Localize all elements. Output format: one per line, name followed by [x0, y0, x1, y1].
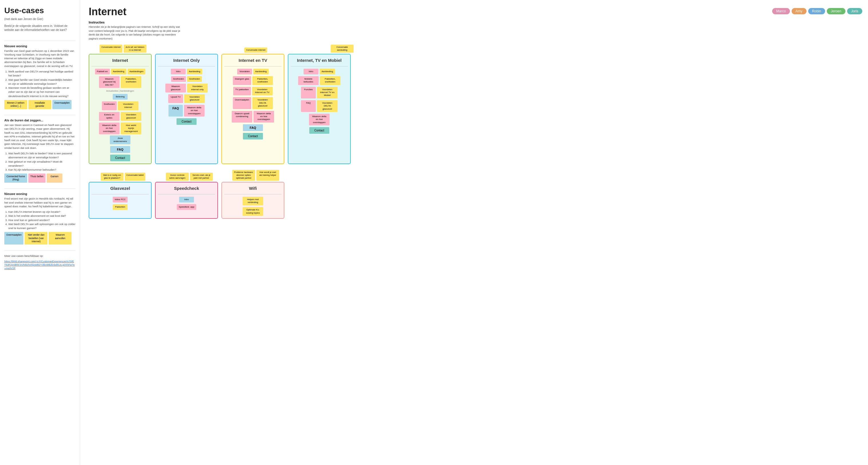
col-itv-row1: Voordelen Aanbieding — [224, 69, 281, 75]
use-case-1-stickies: Binnen 2 weken online [...] Installatie … — [4, 100, 75, 109]
sticky-tv-pakketten[interactable]: TV pakketten — [233, 87, 251, 96]
more-link-url[interactable]: https://bhld.sharepoint.com/:p:/r/Custom… — [4, 260, 75, 270]
sticky-installatie[interactable]: Installatie garantie — [28, 100, 51, 109]
sticky-voordelen-delta-glas[interactable]: Voordelen DELTA glasvezel — [252, 97, 273, 109]
sticky-overmaatplen-itv[interactable]: Overmaatplen — [233, 97, 251, 109]
float-sticky-conversatie-internet[interactable]: Conversatie internet — [99, 45, 122, 53]
sticky-voordelen-glas-itm[interactable]: Voordelen DELTA glasvezel — [317, 100, 338, 112]
float-sticky-aansluiting[interactable]: Conversatie aansluiting — [331, 45, 353, 53]
sticky-thuis-bellen[interactable]: Thuis bellen — [28, 174, 45, 183]
sticky-inline-pcc[interactable]: Inline PCC — [113, 197, 128, 202]
sticky-snelheden-io2[interactable]: Snelheden — [187, 76, 202, 82]
float-sticky-hoe-wordt[interactable]: Hoe wordt je snel als training helper — [256, 170, 279, 180]
sticky-intro-io[interactable]: Intro — [171, 69, 186, 75]
instructions: Instructies Hieronder zie je de belangri… — [89, 21, 180, 41]
sticky-speedtest[interactable]: Speedtest -app — [177, 204, 196, 210]
sticky-daargom-glas[interactable]: Daargom glas — [233, 76, 251, 85]
left-panel: Use-cases (met dank aan Jeroen de Gier) … — [0, 0, 80, 465]
sticky-mobiele[interactable]: Mobiele bellusties — [298, 76, 319, 85]
sticky-faq-itm[interactable]: FAQ — [301, 100, 316, 112]
sticky-aanbieding-itv[interactable]: Aanbieding — [253, 69, 269, 75]
avatar-jeroen[interactable]: Jeroen — [827, 8, 845, 14]
sticky-beleving[interactable]: Beleving — [113, 94, 128, 100]
sticky-intro-speed[interactable]: Intro — [179, 197, 194, 202]
sticky-hoe-werkt[interactable]: Hoe werkt inprijs management — [121, 122, 141, 134]
col-io-row4: Upsell TV Voordelen glasvezel — [158, 94, 215, 103]
col-speed-row2: Speedtest -app — [158, 204, 215, 210]
instructions-heading: Instructies — [89, 21, 180, 24]
sticky-aanbiedingen[interactable]: Aanbiedingen — [128, 69, 146, 75]
sticky-contact-int[interactable]: Contact — [110, 155, 130, 161]
sticky-connected-home[interactable]: Connected home (Ring) — [4, 174, 27, 183]
avatar-marco[interactable]: Marco — [772, 8, 789, 14]
sticky-helpen[interactable]: Helpen met verbinding — [243, 197, 263, 206]
sticky-voordelen-int[interactable]: Voordelen internet — [118, 101, 138, 110]
sticky-niet-verder[interactable]: Niet verder dan bestellen (van internet) — [25, 232, 48, 244]
col-itm-row1: Intro Aanbieding — [291, 69, 348, 75]
sticky-binnen2weken[interactable]: Binnen 2 weken online [...] — [4, 100, 27, 109]
sticky-voordelen-itv[interactable]: Voordelen — [237, 69, 252, 75]
avatar-amy[interactable]: Amy — [792, 8, 806, 14]
use-case-3: Nieuwe woning Fred woont met zijn gezin … — [4, 188, 75, 244]
sticky-voordelen-itv2[interactable]: Voordelen Internet en TV — [252, 87, 273, 96]
sticky-voordelen-io[interactable]: Voordelen internet only — [187, 84, 208, 92]
float-sticky-servics[interactable]: Servics snel- als je pakt met partner — [190, 173, 213, 181]
sticky-contact-itv[interactable]: Contact — [243, 133, 263, 140]
sticky-waarom-delta-io[interactable]: Waarom delta en hoe overstappen — [184, 105, 205, 117]
float-sticky-probleme[interactable]: Probleme hardware: abonner opties: optim… — [232, 170, 255, 180]
sticky-gamen[interactable]: Gamen — [46, 174, 62, 183]
avatar-joris[interactable]: Joris — [847, 8, 862, 14]
sticky-overmaatplen1[interactable]: Overmaatplen — [52, 100, 71, 109]
col-speed-row1: Intro — [158, 197, 215, 202]
float-sticky-nodig[interactable]: Wat is er nodig om glas te plaatsen? — [101, 173, 124, 181]
sticky-snelheden-io[interactable]: Snelheden — [171, 76, 186, 82]
sticky-voordelen-itm[interactable]: Voordelen Internet TV en Mobiel — [317, 87, 338, 98]
column-internet-tv: Internet en TV Voordelen Aanbieding Daar… — [221, 54, 284, 164]
sticky-voordelen-glas-io[interactable]: Voordelen glasvezel — [184, 94, 205, 103]
sticky-waarom-delta-int[interactable]: Waarom delta en hoe overstappen — [99, 122, 120, 134]
use-case-2-text: Jan van Steen woont in Castreet en heeft… — [4, 123, 75, 150]
sticky-waarom-glas[interactable]: Waarom glasvezel bij DELTA? — [99, 76, 120, 88]
sticky-voordelen-glas[interactable]: Voordelen glasvezel — [121, 112, 141, 121]
use-case-3-stickies: Overmaatplen Niet verder dan bestellen (… — [4, 232, 75, 244]
sticky-pakketten-snelh-itv[interactable]: Pakketten, snelheden — [252, 76, 273, 85]
sticky-jouw-ondernemers[interactable]: Jouw ondernemers — [110, 136, 130, 144]
main-panel: Internet Marco Amy Robin Jeroen Joris In… — [80, 0, 868, 465]
sticky-pakketten-snelh[interactable]: Pakketten, snelheden — [121, 76, 141, 88]
sticky-upsell-tv[interactable]: Upsell TV — [168, 94, 183, 103]
sticky-functies[interactable]: Functies — [301, 87, 316, 98]
sticky-waarom-delta-itm[interactable]: Waarom delta en hoe overstappen — [309, 114, 330, 125]
col-internet-row4: Snelheden Voordelen internet — [92, 101, 149, 110]
sticky-aanbieding-int[interactable]: Aanbieding — [111, 69, 126, 75]
sticky-daarcm-upsell[interactable]: Daarcm upsell combinering — [232, 111, 252, 122]
sticky-snelheden-int[interactable]: Snelheden — [102, 101, 117, 110]
col-itm-row4: FAQ Voordelen DELTA glasvezel — [291, 100, 348, 112]
sticky-pakketten-itm[interactable]: Pakketten, snelheden — [320, 76, 340, 85]
sticky-waarom-delta-itv[interactable]: Waarom delta en hoe overstappen — [253, 111, 274, 122]
sticky-overmaatplen2[interactable]: Overmaatplen — [4, 232, 24, 244]
col-itv-row2: Daargom glas Pakketten, snelheden — [224, 76, 281, 85]
sticky-aanbieding-io[interactable]: Aanbieding — [187, 69, 202, 75]
sticky-faq-io[interactable]: FAQ — [168, 105, 183, 117]
sticky-aanbieding-itm[interactable]: Aanbieding — [319, 69, 335, 75]
sticky-intro-itm[interactable]: Intro — [304, 69, 318, 75]
sticky-pakkett[interactable]: Pakkett en — [95, 69, 110, 75]
sticky-optimale[interactable]: Optimale Ks-sowing topics — [243, 207, 263, 216]
use-case-1-title: Nieuwe woning — [4, 45, 75, 48]
sticky-contact-itm[interactable]: Contact — [309, 127, 329, 134]
sticky-faq-int[interactable]: FAQ — [110, 146, 130, 153]
float-sticky-ja-ik-wil[interactable]: Ja ik wil: we hekken n.t.a internet — [124, 45, 147, 53]
col-itm-row2: Mobiele bellusties Pakketten, snelheden — [291, 76, 348, 85]
sticky-waarom-glas-io[interactable]: Waarom glasvezel — [165, 84, 186, 92]
avatar-robin[interactable]: Robin — [808, 8, 825, 14]
float-sticky-conversatie-tablet[interactable]: Conversatie tablet — [125, 173, 145, 181]
sticky-contact-io[interactable]: Contact — [177, 118, 196, 125]
float-sticky-invoor[interactable]: Invoor controle adres aanvragen — [166, 173, 189, 181]
col-internet-row6: Waarom delta en hoe overstappen Hoe werk… — [92, 122, 149, 144]
sticky-faq-itv[interactable]: FAQ — [243, 124, 263, 131]
sticky-waarom-aanvullen[interactable]: Waarom aanvullen — [49, 232, 71, 244]
sticky-extras[interactable]: Extra's en opties — [99, 112, 120, 121]
sticky-pakketten-glas[interactable]: Pakketten — [113, 204, 128, 210]
page: Use-cases (met dank aan Jeroen de Gier) … — [0, 0, 868, 465]
float-sticky-conversatie2[interactable]: Conversatie internet — [244, 48, 267, 53]
